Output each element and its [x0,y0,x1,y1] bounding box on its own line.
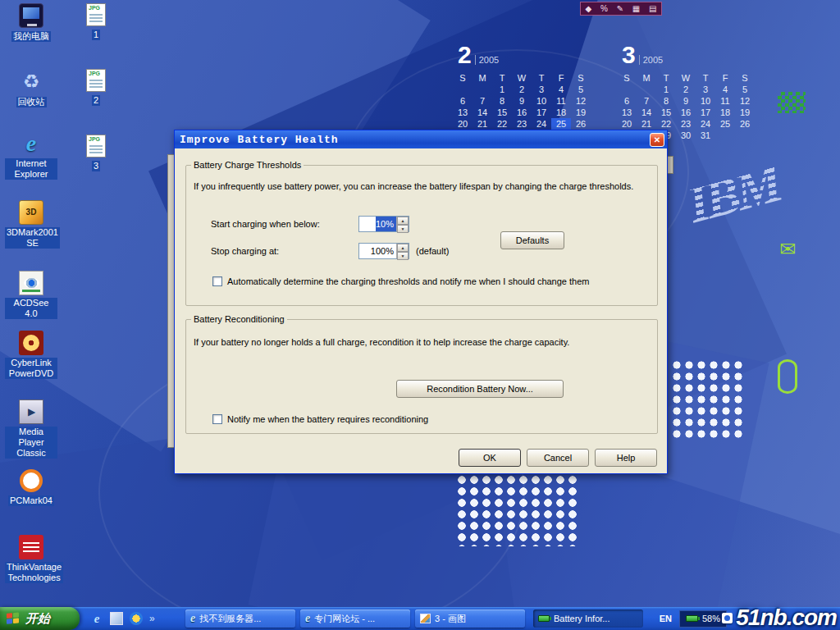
language-indicator[interactable]: EN [660,614,672,623]
ime-menu-icon[interactable]: ▤ [649,2,656,15]
desktop-icon-label: 3DMark2001 SE [5,227,60,249]
notify-reconditioning-checkbox[interactable]: Notify me when the battery requires reco… [212,414,428,424]
calendar-cell: T [696,72,715,84]
calendar-month-number: 3 [622,43,636,67]
ime-language-bar[interactable]: ◆ % ✎ ▦ ▤ [580,2,662,16]
wallpaper-cylinder-icon [778,359,797,394]
calendar-cell: 18 [551,107,571,118]
calendar-cell: 15 [492,107,512,118]
quicklaunch-show-desktop-icon[interactable] [110,612,123,625]
powerdvd-icon [19,331,43,355]
calendar-cell: T [532,72,551,84]
desktop-icon-pcmark04[interactable]: PCMark04 [5,469,57,507]
battery-tray-icon [686,615,698,622]
reconditioning-description: If your battery no longer holds a full c… [194,337,569,347]
taskbar: 开始 e » e 找不到服务器... e 专门网论坛 - ... 3 - 画图 … [0,607,840,630]
calendar-cell: 13 [617,107,637,118]
calendar-march: 3 2005 SMTWTFS12345678910111213141516171… [617,43,755,141]
start-button[interactable]: 开始 [0,607,80,630]
desktop-icon-jpg-2[interactable]: 2 [70,69,122,107]
calendar-cell: M [637,72,656,84]
checkbox-label: Automatically determine the charging thr… [227,276,589,286]
start-charging-value[interactable]: 10% [376,217,396,231]
ok-button[interactable]: OK [459,449,521,467]
checkbox-icon[interactable] [212,414,222,424]
ime-handwriting-icon[interactable]: ✎ [617,2,623,15]
spinner-down-icon[interactable]: ▼ [397,252,409,260]
desktop-icon-label: ACDSee 4.0 [5,298,57,319]
start-charging-label: Start charging when below: [211,219,320,229]
watermark-text: 51nb.com [736,605,837,630]
quicklaunch-overflow-chevron-icon[interactable]: » [149,613,155,624]
start-charging-spinner[interactable]: 10% ▲ ▼ [358,216,409,232]
desktop-icon-jpg-3[interactable]: 3 [70,135,122,172]
quicklaunch-ie-icon[interactable]: e [90,612,103,625]
ime-keyboard-icon[interactable]: ▦ [632,2,640,15]
desktop-icon-label: 回收站 [16,97,47,107]
battery-status-indicator[interactable]: 58% [679,610,727,628]
recondition-battery-button[interactable]: Recondition Battery Now... [396,380,564,398]
desktop-icon-jpg-1[interactable]: 1 [70,3,122,41]
spinner-up-icon[interactable]: ▲ [397,244,409,252]
calendar-cell: 16 [512,107,532,118]
calendar-cell: W [512,72,532,84]
ime-ratio-icon[interactable]: % [600,2,608,15]
calendar-cell: 21 [472,118,492,130]
cancel-button[interactable]: Cancel [527,449,589,467]
calendar-cell: 4 [715,84,735,95]
desktop-icon-label: 2 [92,95,100,106]
ime-input-mode-icon[interactable]: ◆ [585,2,591,15]
stop-charging-spinner[interactable]: 100% ▲ ▼ [358,243,409,259]
desktop-icon-powerdvd[interactable]: CyberLink PowerDVD [5,331,57,380]
task-button-paint[interactable]: 3 - 画图 [415,609,525,628]
task-button-forum[interactable]: e 专门网论坛 - ... [300,609,410,628]
default-note: (default) [416,246,449,256]
help-button[interactable]: Help [595,449,657,467]
stop-charging-label: Stop charging at: [211,246,279,256]
desktop-icon-thinkvantage[interactable]: ThinkVantage Technologies [5,535,57,584]
stop-charging-value[interactable]: 100% [371,244,396,258]
acdsee-icon [19,271,43,295]
calendar-cell: W [676,72,696,84]
calendar-cell: 11 [715,95,735,107]
recycle-bin-icon: ♻ [19,69,43,94]
ie-icon: e [305,612,310,625]
desktop-icon-media-player-classic[interactable]: Media Player Classic [5,399,57,459]
task-button-server-not-found[interactable]: e 找不到服务器... [185,609,295,628]
desktop-icon-3dmark2001[interactable]: 3D 3DMark2001 SE [5,200,57,249]
desktop-icon-recycle-bin[interactable]: ♻ 回收站 [5,69,57,108]
calendar-cell: 5 [735,84,755,95]
auto-determine-checkbox[interactable]: Automatically determine the charging thr… [212,276,589,286]
desktop-icon-my-computer[interactable]: 我的电脑 [5,3,57,43]
desktop-icon-label: Internet Explorer [5,158,57,180]
task-button-battery-information[interactable]: Battery Infor... [533,609,643,628]
checkbox-icon[interactable] [212,276,222,286]
calendar-cell: 31 [696,130,715,141]
task-button-label: 专门网论坛 - ... [314,613,375,625]
desktop-icon-acdsee[interactable]: ACDSee 4.0 [5,271,57,320]
wallpaper-grid-icon [778,92,806,113]
start-button-label: 开始 [25,611,50,627]
calendar-cell: 6 [453,95,472,107]
calendar-cell: S [571,72,591,84]
desktop-icon-internet-explorer[interactable]: e Internet Explorer [5,131,57,180]
improve-battery-health-dialog: Improve Battery Health ✕ Battery Charge … [174,130,668,474]
defaults-button[interactable]: Defaults [500,231,564,249]
calendar-month-number: 2 [458,43,472,67]
quicklaunch-media-player-icon[interactable] [130,612,143,625]
close-button[interactable]: ✕ [650,133,664,147]
calendar-cell: 25 [715,118,735,130]
calendar-february: 2 2005 SMTWTFS12345678910111213141516171… [453,43,591,141]
calendar-cell: 26 [571,118,591,130]
calendar-cell: 21 [637,118,656,130]
dialog-titlebar[interactable]: Improve Battery Health ✕ [175,130,667,148]
battery-charge-thresholds-group: Battery Charge Thresholds If you infrequ… [185,160,658,306]
media-player-classic-icon [19,399,43,424]
spinner-arrows: ▲ ▼ [396,217,409,231]
spinner-up-icon[interactable]: ▲ [397,217,409,225]
calendar-cell: 16 [676,107,696,118]
calendar-cell [715,130,735,141]
calendar-cell: 10 [532,95,551,107]
spinner-down-icon[interactable]: ▼ [397,225,409,233]
task-button-label: 找不到服务器... [199,613,261,625]
